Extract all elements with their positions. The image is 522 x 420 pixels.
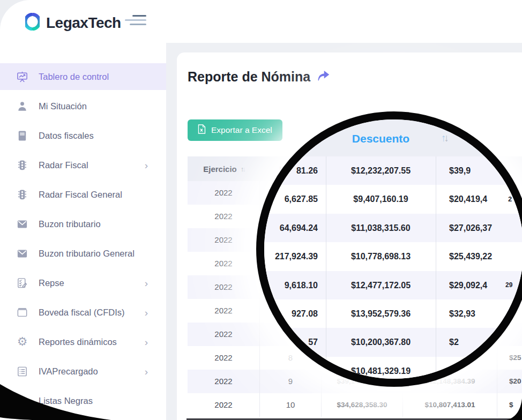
dashboard-board-icon	[16, 71, 28, 83]
magnified-cell-partial: $25,439,22	[449, 242, 492, 271]
cell-amount: $34,628,358.30	[322, 393, 403, 417]
magnified-cell-partial: $2	[449, 328, 459, 356]
export-excel-label: Exportar a Excel	[211, 125, 272, 135]
person-icon	[16, 100, 28, 112]
bottom-left-black-corner	[0, 375, 123, 420]
sidebar-item-reportes-din-micos[interactable]: ⚙Reportes dinámicos›	[0, 328, 166, 355]
magnified-table-row: 64,694.24$11,038,315.60$27,026,37	[264, 214, 522, 242]
sidebar-item-boveda-fiscal-cfdis-[interactable]: Boveda fiscal (CFDIs)›	[0, 299, 166, 326]
sidebar-item-label: Radar Fiscal	[39, 160, 88, 170]
magnified-cell-descuento: $11,038,315.60	[326, 214, 436, 242]
column-divider	[436, 156, 436, 379]
share-arrow-icon[interactable]	[316, 69, 330, 85]
chevron-right-icon: ›	[145, 366, 148, 377]
magnified-cell-descuento: $12,477,172.05	[326, 271, 436, 299]
page-title-text: Reporte de Nómina	[188, 69, 310, 85]
cell-ejercicio: 2022	[188, 181, 260, 205]
sidebar-item-label: Buzon tributario	[39, 219, 101, 229]
column-header-label: Ejercicio	[203, 164, 237, 174]
logo: LegaxTech	[25, 13, 121, 33]
sidebar-item-radar-fiscal[interactable]: Radar Fiscal›	[0, 152, 166, 178]
magnified-table-row: 6,627.85$9,407,160.19$20,419,42	[264, 185, 522, 213]
magnified-cell-partial: 9,618.10	[256, 271, 318, 299]
magnified-cell-partial: $32,93	[449, 299, 475, 328]
magnifier-content: ↑↓ Descuento ↑↓ 81.26$12,232,207.55$39,9…	[264, 119, 522, 379]
magnified-column-header: Descuento	[326, 119, 436, 156]
cell-ejercicio: 2022	[188, 299, 260, 322]
sidebar-item-buzon-tributario-general[interactable]: Buzon tributario General	[0, 240, 166, 267]
table-row: 202210$34,628,358.30$10,807,413.01$	[188, 393, 522, 417]
magnified-cell-partial: $39,9	[449, 156, 471, 185]
chevron-right-icon: ›	[145, 160, 148, 170]
sidebar-item-buzon-tributario[interactable]: Buzon tributario	[0, 211, 166, 237]
cell-ejercicio: 2022	[188, 370, 260, 393]
cell-descuento: $10,807,413.01	[403, 393, 497, 417]
sidebar-item-radar-fiscal-general[interactable]: Radar Fiscal General	[0, 181, 166, 208]
cell-ejercicio: 2022	[188, 275, 260, 299]
sort-icon: ↑↓	[241, 165, 244, 173]
column-header-ejercicio[interactable]: Ejercicio↑↓	[188, 164, 260, 174]
cell-mes: 10	[260, 393, 322, 417]
magnified-table-row: 217,924.39$10,778,698.13$25,439,22	[264, 242, 522, 271]
sidebar-item-repse[interactable]: Repse›	[0, 269, 166, 296]
cell-ejercicio: 2022	[188, 252, 260, 275]
menu-hamburger-icon[interactable]	[124, 15, 146, 26]
excel-file-icon	[198, 124, 206, 136]
magnified-cell-descuento: $12,232,207.55	[326, 156, 436, 185]
cell-amount: $25	[497, 346, 522, 370]
sidebar-item-datos-fiscales[interactable]: Datos fiscales	[0, 122, 166, 149]
sort-icon: ↑↓	[441, 132, 447, 144]
sidebar-item-label: Boveda fiscal (CFDIs)	[39, 308, 124, 318]
cell-ejercicio: 2022	[188, 322, 260, 346]
magnified-cell-partial: $29,092,4	[449, 271, 487, 299]
magnified-table-row: 9,618.10$12,477,172.05$29,092,429	[264, 271, 522, 299]
book-icon	[16, 130, 28, 142]
archive-icon	[16, 306, 28, 319]
sidebar-item-tablero-de-control[interactable]: Tablero de control	[0, 63, 166, 90]
logo-text: LegaxTech	[46, 14, 121, 32]
chevron-right-icon: ›	[145, 337, 148, 347]
sidebar-item-mi-situaci-n[interactable]: Mi Situación	[0, 93, 166, 119]
column-divider	[326, 156, 326, 379]
magnified-cell-partial: $20,419,4	[449, 185, 487, 213]
magnified-table-row: 927.08$13,952,579.36$32,93	[264, 299, 522, 328]
chevron-right-icon: ›	[145, 278, 148, 288]
magnified-table-row: 81.26$12,232,207.55$39,9$3	[264, 156, 522, 185]
export-excel-button[interactable]: Exportar a Excel	[188, 119, 282, 141]
sidebar-item-label: Reportes dinámicos	[39, 337, 117, 347]
bottom-right-black-corner	[506, 398, 522, 420]
envelope-icon	[16, 218, 28, 230]
logo-brackets-icon	[25, 13, 40, 33]
magnified-cell-partial: 64,694.24	[256, 214, 318, 242]
magnifier-glass: ↑↓ Descuento ↑↓ 81.26$12,232,207.55$39,9…	[256, 111, 522, 387]
magnified-cell-descuento: $10,200,367.80	[326, 328, 436, 356]
magnified-cell-descuento: $9,407,160.19	[326, 185, 436, 213]
magnified-table-row: 57$10,200,367.80$2	[264, 328, 522, 356]
magnified-cell-edge-fragment: 29	[505, 271, 512, 299]
magnified-cell-descuento: $10,778,698.13	[326, 242, 436, 271]
cell-ejercicio: 2022	[188, 205, 260, 228]
sidebar-item-label: Tablero de control	[39, 72, 109, 82]
page-title: Reporte de Nómina	[188, 69, 330, 85]
sidebar-item-label: Buzon tributario General	[39, 249, 135, 259]
traffic-light-icon	[16, 159, 28, 171]
magnified-cell-edge-fragment: 2	[508, 185, 512, 213]
sidebar-item-label: Mi Situación	[39, 101, 87, 111]
cell-mes: 9	[260, 370, 322, 393]
checklist-icon	[16, 277, 28, 289]
cell-ejercicio: 2022	[188, 346, 260, 370]
magnified-cell-partial: $27,026,37	[449, 214, 492, 242]
gear-icon: ⚙	[16, 336, 28, 348]
cell-ejercicio: 2022	[188, 228, 260, 252]
magnified-cell-descuento: $13,952,579.36	[326, 299, 436, 328]
envelope-icon	[16, 248, 28, 260]
magnified-rows: 81.26$12,232,207.55$39,9$36,627.85$9,407…	[264, 156, 522, 385]
top-header-bar: LegaxTech	[0, 0, 522, 43]
cell-amount: $20	[497, 370, 522, 393]
cell-ejercicio: 2022	[188, 393, 260, 417]
traffic-light-icon	[16, 189, 28, 201]
magnified-cell-partial: 217,924.39	[256, 242, 318, 271]
sidebar-item-label: Radar Fiscal General	[39, 190, 122, 200]
sidebar-nav: Tablero de controlMi SituaciónDatos fisc…	[0, 43, 166, 420]
chevron-right-icon: ›	[145, 308, 148, 318]
